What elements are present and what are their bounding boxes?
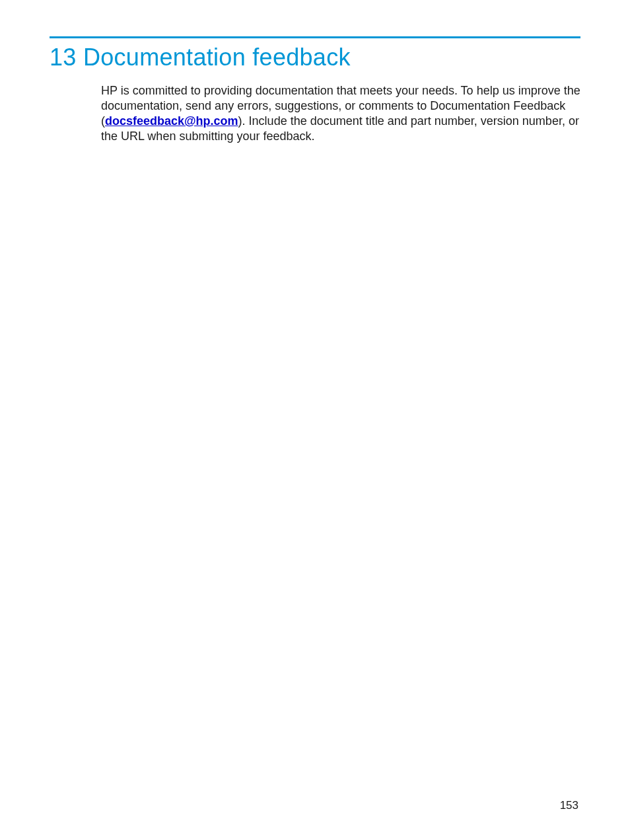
body-paragraph: HP is committed to providing documentati… [101, 83, 580, 144]
page-number: 153 [560, 799, 578, 812]
page-container: 13 Documentation feedback HP is committe… [0, 0, 630, 144]
feedback-email-link[interactable]: docsfeedback@hp.com [105, 114, 238, 128]
section-heading: 13 Documentation feedback [50, 44, 580, 71]
horizontal-rule [50, 36, 580, 38]
